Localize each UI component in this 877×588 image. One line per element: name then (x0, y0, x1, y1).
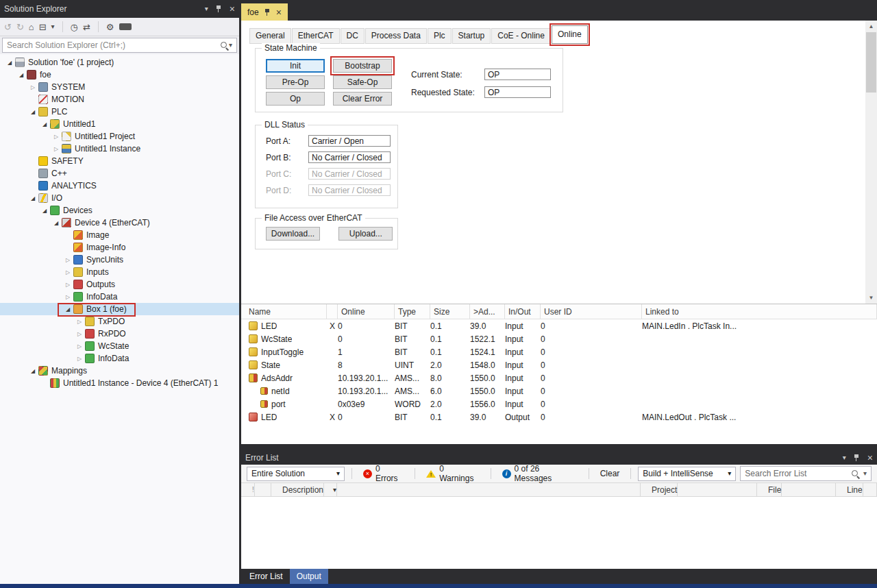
home-icon[interactable]: ⌂ (29, 22, 34, 32)
state-machine-button[interactable]: Bootstrap (333, 59, 392, 73)
tree-expander-icon[interactable] (27, 84, 38, 90)
variable-row[interactable]: port 0x03e9 WORD 2.0 1556.0 Input 0 (241, 397, 877, 411)
tree-item[interactable]: SyncUnits (0, 254, 239, 266)
tree-expander-icon[interactable] (74, 343, 85, 350)
pin-icon[interactable] (215, 5, 223, 13)
variable-row[interactable]: LED X 0 BIT 0.1 39.0 Input 0 MAIN.LedIn … (241, 319, 877, 332)
tree-item[interactable]: Untitled1 Instance - Device 4 (EtherCAT)… (0, 377, 239, 389)
requested-state-field[interactable]: OP (484, 86, 551, 98)
severity-column[interactable]: ! (241, 483, 271, 496)
tree-expander-icon[interactable] (51, 146, 62, 152)
tree-expander-icon[interactable] (39, 208, 50, 214)
port-status-field[interactable]: Carrier / Open (308, 135, 391, 147)
dialog-tab[interactable]: Plc (428, 28, 452, 44)
port-status-field[interactable]: No Carrier / Closed (308, 168, 391, 180)
tree-item[interactable]: C++ (0, 167, 239, 180)
tree-item[interactable]: InfoData (0, 291, 239, 303)
messages-filter-button[interactable]: i 0 of 26 Messages (498, 467, 582, 481)
tree-item[interactable]: SAFETY (0, 155, 239, 167)
tree-expander-icon[interactable] (62, 282, 73, 288)
tree-expander-icon[interactable] (51, 134, 62, 140)
column-flag[interactable] (327, 304, 338, 319)
tree-item[interactable]: Untitled1 (0, 118, 239, 130)
variable-row[interactable]: State 8 UINT 2.0 1548.0 Input 0 (241, 358, 877, 371)
error-list-search-input[interactable]: Search Error List ▾ (740, 466, 872, 481)
tool-window-tab[interactable]: Error List (243, 569, 290, 584)
column-name[interactable]: Name (245, 304, 327, 319)
scope-dropdown-icon[interactable]: ▾ (51, 23, 55, 30)
variable-row[interactable]: LED X 0 BIT 0.1 39.0 Output 0 MAIN.LedOu… (241, 411, 877, 424)
tree-item[interactable]: Image-Info (0, 241, 239, 254)
pin-icon[interactable] (853, 454, 861, 462)
tree-item[interactable]: Solution 'foe' (1 project) (0, 56, 239, 69)
window-menu-icon[interactable]: ▾ (205, 5, 208, 12)
upload-button[interactable]: Upload... (338, 227, 393, 241)
tree-item[interactable]: Devices (0, 204, 239, 217)
tree-expander-icon[interactable] (27, 195, 38, 201)
warnings-filter-button[interactable]: 0 Warnings (422, 467, 483, 481)
settings-icon[interactable]: ⚙ (106, 22, 114, 32)
tree-item[interactable]: Mappings (0, 365, 239, 377)
tree-item[interactable]: PLC (0, 106, 239, 118)
current-state-field[interactable]: OP (484, 69, 551, 80)
close-icon[interactable]: × (867, 453, 873, 463)
column-linked[interactable]: Linked to (642, 304, 877, 319)
scope-filter-dropdown[interactable]: Entire Solution ▾ (247, 467, 345, 481)
search-options-icon[interactable]: ▾ (863, 470, 867, 477)
tree-expander-icon[interactable] (62, 269, 73, 275)
description-column[interactable]: Description▾ (271, 483, 641, 496)
errors-filter-button[interactable]: × 0 Errors (359, 467, 408, 481)
tree-expander-icon[interactable] (74, 331, 85, 337)
tree-expander-icon[interactable] (62, 257, 73, 263)
back-icon[interactable]: ↺ (4, 22, 12, 32)
tree-item[interactable]: foe (0, 69, 239, 81)
line-column[interactable]: Line (836, 483, 877, 496)
scrollbar-thumb[interactable] (866, 32, 876, 93)
tree-item[interactable]: I/O (0, 192, 239, 204)
tree-item[interactable]: RxPDO (0, 328, 239, 340)
scroll-up-icon[interactable]: ▲ (865, 21, 877, 32)
variable-row[interactable]: InputToggle 1 BIT 0.1 1524.1 Input 0 (241, 345, 877, 358)
variable-row[interactable]: netId 10.193.20.1... AMS... 6.0 1550.0 I… (241, 384, 877, 397)
document-tab-foe[interactable]: foe × (241, 3, 288, 21)
tree-expander-icon[interactable] (62, 306, 73, 313)
collapse-all-icon[interactable]: ⊟ (39, 22, 47, 32)
tool-window-tab[interactable]: Output (290, 569, 328, 584)
state-machine-button[interactable]: Init (266, 59, 325, 73)
tree-expander-icon[interactable] (74, 356, 85, 362)
column-type[interactable]: Type (395, 304, 430, 319)
column-addr[interactable]: >Ad... (470, 304, 505, 319)
pending-changes-icon[interactable]: ◷ (71, 22, 78, 32)
clear-button[interactable]: Clear (596, 467, 624, 481)
dialog-tab[interactable]: Process Data (365, 28, 427, 44)
tree-expander-icon[interactable] (16, 72, 27, 78)
tree-item[interactable]: WcState (0, 340, 239, 352)
sync-icon[interactable]: ⇄ (83, 22, 90, 32)
dialog-tab[interactable]: Startup (452, 28, 491, 44)
tree-item[interactable]: InfoData (0, 352, 239, 365)
port-status-field[interactable]: No Carrier / Closed (308, 184, 391, 196)
variable-row[interactable]: WcState 0 BIT 0.1 1522.1 Input 0 (241, 332, 877, 345)
tree-expander-icon[interactable] (51, 220, 62, 226)
tree-item[interactable]: ANALYTICS (0, 180, 239, 192)
project-column[interactable]: Project (641, 483, 757, 496)
tree-expander-icon[interactable] (74, 319, 85, 325)
state-machine-button[interactable]: Clear Error (333, 92, 392, 106)
tree-expander-icon[interactable] (39, 121, 50, 127)
column-userid[interactable]: User ID (541, 304, 642, 319)
tree-item[interactable]: Untitled1 Project (0, 130, 239, 143)
build-filter-dropdown[interactable]: Build + IntelliSense ▾ (638, 467, 736, 481)
tree-item[interactable]: Image (0, 229, 239, 241)
search-icon[interactable] (220, 41, 229, 50)
scroll-down-icon[interactable]: ▼ (865, 292, 877, 304)
dialog-tab[interactable]: Online (552, 25, 588, 44)
tree-item[interactable]: Device 4 (EtherCAT) (0, 217, 239, 229)
search-input[interactable]: Search Solution Explorer (Ctrl+;) ▾ (2, 38, 237, 53)
filter-dropdown-icon[interactable]: ▾ (328, 483, 337, 496)
port-status-field[interactable]: No Carrier / Closed (308, 151, 391, 163)
search-options-icon[interactable]: ▾ (229, 42, 232, 49)
state-machine-button[interactable]: Safe-Op (333, 75, 392, 89)
search-icon[interactable] (851, 469, 860, 478)
dialog-tab[interactable]: EtherCAT (292, 28, 340, 44)
state-machine-button[interactable]: Op (266, 92, 325, 106)
